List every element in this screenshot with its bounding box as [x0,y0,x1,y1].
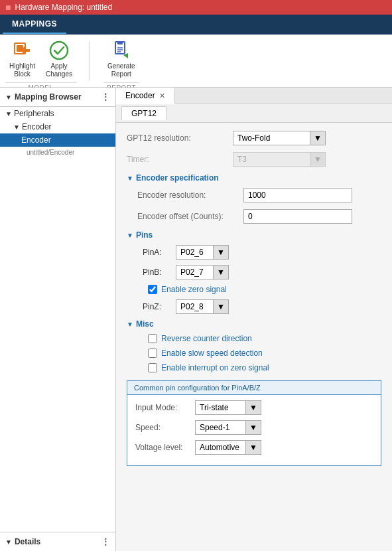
encoder-resolution-row: Encoder resolution: [137,188,381,202]
content-tabs: Encoder ✕ [116,88,392,104]
toolbar-report-items: GenerateReport [103,37,139,81]
encoder-group-arrow: ▼ [13,123,20,131]
pinb-value: P02_7 [176,266,213,279]
pina-select[interactable]: P02_6 ▼ [176,245,229,260]
timer-row: Timer: T3 ▼ [127,152,381,167]
input-mode-label: Input Mode: [135,403,195,412]
form-content: GPT12 resolution: Two-Fold ▼ Timer: T3 ▼ [116,123,392,551]
pina-value: P02_6 [176,246,213,259]
slow-speed-label: Enable slow speed detection [161,349,263,358]
voltage-level-value: Automotive [196,441,245,454]
speed-label: Speed: [135,423,195,432]
encoder-content-tab[interactable]: Encoder ✕ [116,88,175,104]
toolbar-divider-1 [90,41,90,81]
reverse-counter-row: Reverse counter direction [148,334,381,343]
pinz-chevron-icon: ▼ [217,302,225,311]
toolbar-model-items: HighlightBlock ApplyChanges [5,37,76,81]
generate-report-button[interactable]: GenerateReport [103,37,139,81]
input-mode-value: Tri-state [196,401,245,414]
input-mode-select[interactable]: Tri-state ▼ [195,400,261,415]
pinz-select[interactable]: P02_8 ▼ [176,299,229,314]
toolbar-group-report: GenerateReport REPORT [103,37,139,92]
sidebar-title: Mapping Browser [15,92,82,102]
sidebar-header: ▼ Mapping Browser ⋮ [0,88,115,107]
details-label: Details [15,537,40,546]
encoder-tab-close[interactable]: ✕ [159,92,165,100]
enable-zero-signal-label: Enable zero signal [161,285,227,294]
encoder-spec-section-header[interactable]: ▼ Encoder specification [127,173,381,183]
speed-dropdown-arrow[interactable]: ▼ [245,421,261,434]
highlight-block-button[interactable]: HighlightBlock [5,37,39,81]
timer-dropdown-arrow: ▼ [310,153,325,166]
pinb-select[interactable]: P02_7 ▼ [176,265,229,279]
pins-content: PinA: P02_6 ▼ PinB: P02_7 ▼ [137,245,381,314]
sidebar: ▼ Mapping Browser ⋮ ▼ Peripherals ▼ Enco… [0,88,116,551]
voltage-level-dropdown-arrow[interactable]: ▼ [245,441,261,454]
voltage-level-row: Voltage level: Automotive ▼ [135,440,373,455]
gpt12-resolution-dropdown-arrow[interactable]: ▼ [310,131,325,145]
pina-chevron-icon: ▼ [217,248,225,257]
sidebar-collapse-arrow[interactable]: ▼ [5,94,12,101]
peripherals-arrow: ▼ [5,110,12,118]
main-layout: ▼ Mapping Browser ⋮ ▼ Peripherals ▼ Enco… [0,88,392,551]
input-mode-dropdown-arrow[interactable]: ▼ [245,401,261,414]
input-mode-chevron-icon: ▼ [249,403,257,412]
gpt12-tab-item[interactable]: GPT12 [121,106,166,120]
app-icon: ■ [5,2,11,13]
encoder-offset-row: Encoder offset (Counts): [137,209,381,224]
encoder-offset-label: Encoder offset (Counts): [137,212,243,221]
speed-value: Speed-1 [196,421,245,434]
sidebar-item-encoder-group[interactable]: ▼ Encoder [0,120,115,133]
svg-point-4 [50,42,68,59]
svg-rect-6 [117,42,123,44]
pins-section-header[interactable]: ▼ Pins [127,230,381,240]
apply-changes-label: ApplyChanges [46,62,72,78]
toolbar: HighlightBlock ApplyChanges MODEL [0,35,392,88]
encoder-tab-label: Encoder [125,91,155,100]
gpt12-sub-tab-bar: GPT12 [116,104,392,123]
pina-dropdown-arrow[interactable]: ▼ [213,246,228,259]
tab-mappings[interactable]: MAPPINGS [3,15,66,34]
details-menu-icon[interactable]: ⋮ [101,536,110,547]
pinb-dropdown-arrow[interactable]: ▼ [213,266,228,279]
reverse-counter-checkbox[interactable] [148,334,157,343]
pinz-value: P02_8 [176,300,213,313]
sidebar-details-header[interactable]: ▼ Details ⋮ [0,532,115,551]
gpt12-resolution-select[interactable]: Two-Fold ▼ [233,131,326,145]
sidebar-item-encoder[interactable]: Encoder [0,133,115,147]
pinz-dropdown-arrow[interactable]: ▼ [213,300,228,313]
apply-changes-button[interactable]: ApplyChanges [42,37,76,81]
speed-row: Speed: Speed-1 ▼ [135,420,373,435]
encoder-item-label: Encoder [21,135,51,145]
encoder-resolution-label: Encoder resolution: [137,191,243,200]
reverse-counter-label: Reverse counter direction [161,334,252,343]
title-bar-text: Hardware Mapping: untitled [15,3,112,12]
sidebar-menu-icon[interactable]: ⋮ [101,92,110,102]
tab-bar: MAPPINGS [0,15,392,35]
encoder-offset-input[interactable] [243,209,352,224]
encoder-spec-label: Encoder specification [136,173,219,183]
encoder-resolution-input[interactable] [243,188,352,202]
gpt12-resolution-row: GPT12 resolution: Two-Fold ▼ [127,131,381,145]
highlight-icon [11,40,33,61]
misc-arrow-icon: ▼ [127,321,133,328]
voltage-level-label: Voltage level: [135,443,195,452]
voltage-level-chevron-icon: ▼ [249,443,257,452]
enable-zero-signal-checkbox[interactable] [148,285,157,294]
sidebar-tree: ▼ Peripherals ▼ Encoder Encoder untitled… [0,107,115,158]
timer-select-disabled: T3 ▼ [233,152,326,167]
speed-select[interactable]: Speed-1 ▼ [195,420,261,435]
encoder-spec-content: Encoder resolution: Encoder offset (Coun… [137,188,381,224]
interrupt-zero-label: Enable interrupt on zero signal [161,363,269,372]
misc-section-header[interactable]: ▼ Misc [127,319,381,329]
peripherals-label: Peripherals [14,109,54,118]
timer-value: T3 [233,153,310,166]
slow-speed-checkbox[interactable] [148,349,157,358]
sidebar-item-peripherals[interactable]: ▼ Peripherals [0,107,115,120]
common-pin-header: Common pin configuration for PinA/B/Z [127,381,381,395]
pinb-label: PinB: [143,268,176,277]
voltage-level-select[interactable]: Automotive ▼ [195,440,261,455]
interrupt-zero-checkbox[interactable] [148,363,157,372]
gpt12-resolution-label: GPT12 resolution: [127,133,233,143]
content-area: Encoder ✕ GPT12 GPT12 resolution: Two-Fo… [116,88,392,551]
